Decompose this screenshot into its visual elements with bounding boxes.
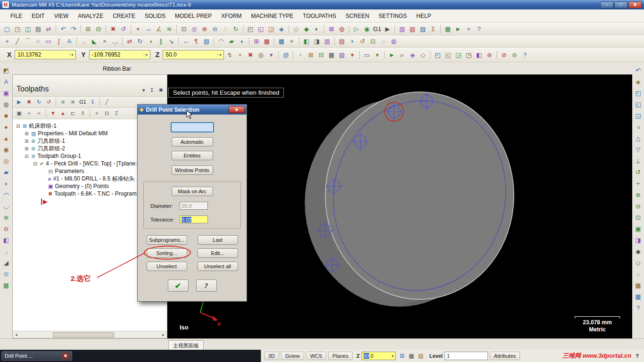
screen-blank-icon[interactable]: ▦ — [407, 351, 416, 361]
select-polygon-icon[interactable]: ⊞ — [306, 50, 315, 59]
file-converters-icon[interactable]: ⇄ — [44, 24, 53, 33]
xform-rotate-icon[interactable]: ↻ — [135, 37, 145, 46]
sorting-button[interactable]: Sorting... — [147, 248, 187, 258]
scroll-left-icon[interactable]: ◂ — [13, 332, 20, 337]
tp-insert-icon[interactable]: ⊏ — [68, 109, 77, 118]
autocursor-help-icon[interactable]: ? — [520, 50, 529, 59]
z-coordinate-input[interactable]: 50.0▾ — [163, 50, 224, 59]
menu-edit[interactable]: EDIT — [27, 10, 49, 22]
select-last-icon[interactable]: ► — [387, 50, 396, 59]
run-user-app-icon[interactable]: ► — [454, 24, 463, 33]
view-iso-icon[interactable]: ◈ — [634, 77, 643, 86]
join-entities-icon[interactable]: ◡ — [110, 37, 120, 46]
material-render-icon[interactable]: ▩ — [634, 281, 643, 290]
zoom-out-icon[interactable]: ⊖ — [210, 24, 220, 33]
tp-select-none-icon[interactable]: ✖ — [25, 98, 33, 107]
viewport-settings-icon[interactable]: ▦ — [634, 292, 643, 301]
pan-icon[interactable]: + — [347, 37, 357, 46]
toolpath-manager-toggle-icon[interactable]: ▥ — [397, 24, 407, 33]
status-z-field[interactable]: 50.0 ▾ — [362, 352, 396, 360]
xform-translate-icon[interactable]: ⇄ — [125, 37, 134, 46]
solid-cylinder-icon[interactable]: ● — [2, 123, 11, 132]
delete-duplicates-icon[interactable]: ⊠ — [327, 24, 336, 33]
select-all-icon[interactable]: ▭ — [362, 50, 372, 59]
viewsheet-icon[interactable]: ▤ — [416, 351, 426, 361]
new-file-icon[interactable]: ▢ — [2, 24, 12, 33]
shade-toggle-icon[interactable]: ◆ — [634, 247, 643, 256]
view-top-icon[interactable]: ◰ — [634, 89, 643, 98]
boolean-remove-icon[interactable]: ⊖ — [2, 224, 11, 233]
tp-move-up-icon[interactable]: ▲ — [58, 109, 67, 118]
close-button[interactable]: ✖ — [628, 1, 642, 8]
blank-entity-icon[interactable]: ◍ — [337, 24, 347, 33]
art-manager-icon[interactable]: ▨ — [418, 24, 428, 33]
redo-icon[interactable]: ↷ — [69, 24, 78, 33]
y-coordinate-input[interactable]: -109.76952▾ — [89, 50, 150, 59]
solid-revolve-icon[interactable]: ◖ — [237, 37, 247, 46]
zoom-target-icon[interactable]: ◎ — [190, 24, 199, 33]
analyze-dynamic-icon[interactable]: ≋ — [165, 24, 174, 33]
view-bottom-icon[interactable]: ▽ — [634, 145, 643, 154]
unzoom-icon[interactable]: ◌ — [221, 24, 230, 33]
isolate-icon[interactable]: ◍ — [389, 37, 398, 46]
ok-button[interactable]: ✔ — [168, 280, 189, 292]
select-only-dropdown-icon[interactable]: ▾ — [372, 50, 382, 59]
analyze-position-icon[interactable]: ⌖ — [133, 24, 143, 33]
status-level-label[interactable]: Level — [429, 353, 443, 359]
autocursor-config-icon[interactable]: + — [235, 50, 245, 59]
tree-expander-icon[interactable]: ⊞ — [24, 139, 29, 144]
gview-iso-icon[interactable]: ◈ — [277, 24, 286, 33]
trim-break-icon[interactable]: × — [100, 37, 109, 46]
gview-lock-icon[interactable]: ⊘ — [499, 50, 509, 59]
section-view-icon[interactable]: ◨ — [634, 236, 643, 245]
tp-g1-icon[interactable]: G1 — [78, 98, 87, 107]
gview-right-icon[interactable]: ◲ — [266, 24, 276, 33]
save-file-icon[interactable]: ◫ — [23, 24, 33, 33]
create-letters-icon[interactable]: A — [65, 37, 74, 46]
solids-manager-toggle-icon[interactable]: ▧ — [408, 24, 417, 33]
tp-regen-selected-icon[interactable]: ↺ — [44, 98, 53, 107]
verify-icon[interactable]: ◉ — [362, 24, 372, 33]
analyze-angle-icon[interactable]: ∠ — [154, 24, 164, 33]
translucent-display-icon[interactable]: ◐ — [312, 24, 322, 33]
status-attributes-button[interactable]: Attributes — [490, 352, 520, 360]
select-single-icon[interactable]: ⊟ — [316, 50, 326, 59]
menu-settings[interactable]: SETTINGS — [374, 10, 412, 22]
chamfer-entities-icon[interactable]: ◣ — [90, 37, 99, 46]
tp-cut-icon[interactable]: × — [92, 109, 101, 118]
help-button[interactable]: ? — [196, 280, 217, 292]
tp-simulate-icon[interactable]: ╱ — [102, 98, 111, 107]
machine-sim-icon[interactable]: ▶ — [383, 24, 392, 33]
wireframe-toggle-icon[interactable]: ◇ — [634, 258, 643, 267]
clear-coord-icon[interactable]: ✖ — [246, 50, 255, 59]
x-coordinate-input[interactable]: 10.13762▾ — [15, 50, 76, 59]
grid-settings-icon[interactable]: ▦ — [443, 24, 453, 33]
menu-help[interactable]: HELP — [412, 10, 436, 22]
gview-iso-small-icon[interactable]: ◳ — [464, 50, 473, 59]
chevron-down-icon[interactable]: ▾ — [392, 354, 394, 358]
z-depth-icon[interactable]: ⊞ — [397, 351, 407, 361]
menu-model-prep[interactable]: MODEL PREP — [170, 10, 216, 22]
solid-pattern-icon[interactable]: ▦ — [2, 281, 11, 290]
menu-xform[interactable]: XFORM — [216, 10, 246, 22]
repaint-icon[interactable]: ↻ — [231, 24, 240, 33]
selection-dropdown-icon[interactable]: ▾ — [347, 50, 357, 59]
panel-horizontal-scrollbar[interactable]: ◂ ▸ — [13, 331, 167, 338]
solid-hole-icon[interactable]: ⊙ — [2, 270, 11, 279]
select-area-icon[interactable]: ▦ — [327, 50, 336, 59]
solid-extrude-icon[interactable]: ▰ — [227, 37, 236, 46]
tree-expander-icon[interactable]: ⊞ — [24, 146, 29, 151]
multithread-manager-icon[interactable]: Σ — [429, 24, 438, 33]
tp-filter-b-icon[interactable]: ≋ — [68, 98, 77, 107]
select-vector-icon[interactable]: ▧ — [337, 50, 347, 59]
gview-tplane-icon[interactable]: ◲ — [454, 50, 463, 59]
scrollbar-thumb[interactable] — [53, 332, 114, 337]
view-left-icon[interactable]: ◃ — [634, 123, 643, 132]
view-previous-icon[interactable]: ↶ — [634, 66, 643, 75]
solid-cone-icon[interactable]: ▲ — [2, 134, 11, 143]
gview-cplane-icon[interactable]: ◱ — [443, 50, 453, 59]
autocursor-override-icon[interactable]: ↯ — [225, 50, 234, 59]
menu-solids[interactable]: SOLIDS — [140, 10, 170, 22]
view-right-icon[interactable]: ◲ — [634, 111, 643, 120]
select-window-icon[interactable]: ▫ — [296, 50, 305, 59]
